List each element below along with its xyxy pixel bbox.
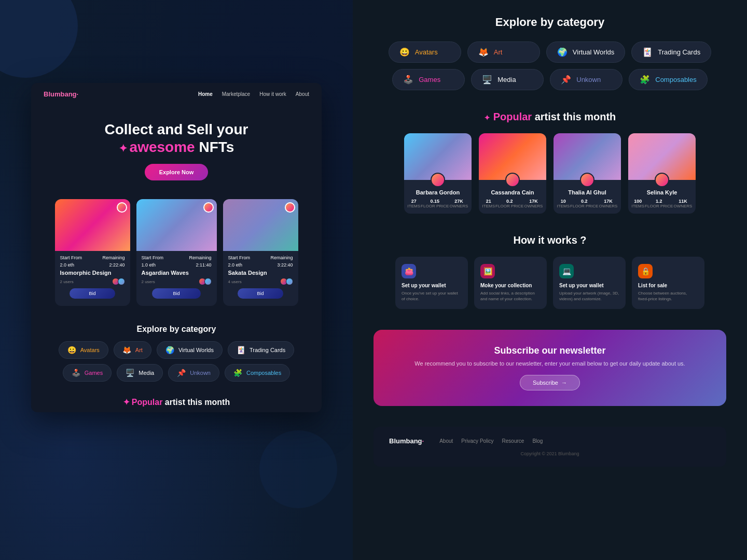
virtual-label: Virtual Worlds xyxy=(178,347,214,353)
artist-stats-3: 100 ITEMS 1.2 FLOOR PRICE 11K OWNERS xyxy=(631,199,693,208)
r-art-label: Art xyxy=(494,48,503,56)
left-cat-btn-media[interactable]: 🖥️ Media xyxy=(117,364,163,382)
left-popular-title: ✦Popular artist this month xyxy=(31,397,322,407)
remaining-val-1: 2:11:40 xyxy=(196,262,211,268)
artist-stat-floor-2: 0.2 FLOOR PRICE xyxy=(570,199,598,208)
left-cat-btn-composables[interactable]: 🧩 Composables xyxy=(225,364,290,382)
nav-link-about[interactable]: About xyxy=(296,91,309,97)
nft-card-2: Start From Remaining 2.0 eth 3:22:40 Sak… xyxy=(223,199,298,306)
unkown-icon: 📌 xyxy=(177,369,186,377)
artist-cards-container: Barbara Gordon 27 ITEMS 0.15 FLOOR PRICE… xyxy=(374,133,726,214)
r-cat-btn-games[interactable]: 🕹️ Games xyxy=(392,69,465,90)
price-label-2: Start From xyxy=(228,255,251,260)
left-cat-btn-art[interactable]: 🦊 Art xyxy=(114,341,151,359)
artist-card-1: Cassandra Cain 21 ITEMS 0.2 FLOOR PRICE … xyxy=(479,133,546,214)
r-media-label: Media xyxy=(497,76,516,83)
r-cat-btn-avatars[interactable]: 😀 Avatars xyxy=(389,41,461,63)
step-desc-0: Once you've set up your wallet of choice… xyxy=(402,290,462,302)
nft-card-avatar-1 xyxy=(203,202,214,213)
remaining-val-2: 3:22:40 xyxy=(277,262,293,268)
artist-stat-owners-0: 27K OWNERS xyxy=(449,199,468,208)
left-cat-btn-games[interactable]: 🕹️ Games xyxy=(63,364,112,382)
artist-stat-owners-2: 17K OWNERS xyxy=(599,199,617,208)
bg-decoration-1 xyxy=(0,0,78,78)
nft-av-6 xyxy=(286,278,293,285)
newsletter-title: Subscribe our newsletter xyxy=(389,345,711,356)
subscribe-button[interactable]: Subscribe → xyxy=(520,375,580,390)
artist-card-3: Selina Kyle 100 ITEMS 1.2 FLOOR PRICE 11… xyxy=(628,133,696,214)
nft-card-name-2: Sakata Design xyxy=(228,270,293,276)
artist-stats-0: 27 ITEMS 0.15 FLOOR PRICE 27K OWNERS xyxy=(407,199,468,208)
nft-card-0: Start From Remaining 2.0 eth 2:22:40 Iso… xyxy=(55,199,130,306)
price-val-1: 1.0 eth xyxy=(142,262,156,268)
bid-button-0[interactable]: Bid xyxy=(70,288,115,299)
r-cat-btn-media[interactable]: 🖥️ Media xyxy=(471,69,544,90)
r-cat-btn-art[interactable]: 🦊 Art xyxy=(467,41,540,63)
r-cat-btn-unkown[interactable]: 📌 Unkown xyxy=(550,69,622,90)
r-unkown-label: Unkown xyxy=(576,76,601,83)
how-step-0: 👛 Set up your wallet Once you've set up … xyxy=(395,257,468,309)
left-cat-btn-avatars[interactable]: 😀 Avatars xyxy=(59,341,108,359)
r-games-label: Games xyxy=(419,76,440,83)
remaining-label-1: Remaining xyxy=(189,255,211,260)
how-steps-container: 👛 Set up your wallet Once you've set up … xyxy=(374,257,726,309)
r-media-icon: 🖥️ xyxy=(482,75,492,85)
nft-card-avatars-1 xyxy=(200,278,212,285)
footer-link-resource[interactable]: Resource xyxy=(502,438,524,444)
left-cat-btn-unkown[interactable]: 📌 Unkown xyxy=(168,364,219,382)
nft-card-avatar-0 xyxy=(117,202,127,213)
nav-link-howitwork[interactable]: How it work xyxy=(259,91,286,97)
how-step-1: 🖼️ Moke your collection Add social links… xyxy=(474,257,547,309)
step-title-1: Moke your collection xyxy=(480,283,541,288)
footer-link-privacy[interactable]: Privacy Policy xyxy=(461,438,493,444)
upload-icon: 💻 xyxy=(562,267,571,275)
explore-now-button[interactable]: Explore Now xyxy=(145,164,209,180)
artist-name-3: Selina Kyle xyxy=(631,189,693,195)
r-cat-btn-virtual[interactable]: 🌍 Virtual Worlds xyxy=(546,41,625,63)
artist-card-0: Barbara Gordon 27 ITEMS 0.15 FLOOR PRICE… xyxy=(404,133,472,214)
how-step-2: 💻 Set up your wallet Upload your artwork… xyxy=(553,257,626,309)
nft-card-users-1: 2 users xyxy=(142,279,155,284)
r-cat-btn-trading[interactable]: 🃏 Trading Cards xyxy=(631,41,711,63)
r-art-icon: 🦊 xyxy=(478,47,489,57)
right-popular-section: ✦Popular artist this month Barbara Gordo… xyxy=(374,111,726,214)
footer-link-about[interactable]: About xyxy=(439,438,453,444)
left-panel: Blumbang· Home Marketplace How it work A… xyxy=(0,0,353,560)
left-category-grid: 😀 Avatars 🦊 Art 🌍 Virtual Worlds 🃏 Tradi… xyxy=(31,341,322,387)
artist-stat-floor-3: 1.2 FLOOR PRICE xyxy=(645,199,673,208)
step-title-0: Set up your wallet xyxy=(402,283,462,288)
nft-card-vals-0: 2.0 eth 2:22:40 xyxy=(60,262,125,268)
step-desc-1: Add social links, a description and name… xyxy=(480,290,541,302)
how-works-title: How it works ? xyxy=(374,234,726,246)
r-cat-btn-composables[interactable]: 🧩 Composables xyxy=(629,69,708,90)
footer-top: Blumbang· About Privacy Policy Resource … xyxy=(389,437,711,445)
artist-stat-owners-3: 11K OWNERS xyxy=(673,199,692,208)
r-virtual-label: Virtual Worlds xyxy=(573,48,614,56)
hero-star-icon: ✦ xyxy=(119,143,128,154)
step-desc-3: Choose between auctions, fixed-price lis… xyxy=(638,290,698,302)
art-icon: 🦊 xyxy=(122,346,131,354)
r-trading-icon: 🃏 xyxy=(642,47,653,57)
composables-icon: 🧩 xyxy=(233,369,242,377)
bid-button-1[interactable]: Bid xyxy=(152,288,201,299)
artist-card-img-3 xyxy=(628,133,696,180)
nft-card-image-1 xyxy=(136,199,217,251)
nft-card-1: Start From Remaining 1.0 eth 2:11:40 Asg… xyxy=(136,199,217,306)
artist-stat-floor-1: 0.2 FLOOR PRICE xyxy=(495,199,523,208)
remaining-label-2: Remaining xyxy=(270,255,293,260)
artist-card-2: Thalia Al Ghul 10 ITEMS 0.2 FLOOR PRICE … xyxy=(554,133,621,214)
virtual-icon: 🌍 xyxy=(165,346,174,354)
nav-link-home[interactable]: Home xyxy=(198,91,213,97)
right-explore-title: Explore by category xyxy=(374,16,726,29)
left-cat-btn-virtual[interactable]: 🌍 Virtual Worlds xyxy=(157,341,223,359)
step-desc-2: Upload your artwork (image, 3D, videos) … xyxy=(559,290,619,302)
left-explore-title: Explore by category xyxy=(31,314,322,341)
left-popular-section: ✦Popular artist this month xyxy=(31,387,322,412)
footer-link-blog[interactable]: Blog xyxy=(532,438,543,444)
artist-avatar-3 xyxy=(655,173,669,187)
r-avatars-icon: 😀 xyxy=(399,47,410,57)
bid-button-2[interactable]: Bid xyxy=(238,288,283,299)
left-cat-btn-trading[interactable]: 🃏 Trading Cards xyxy=(228,341,294,359)
nav-link-marketplace[interactable]: Marketplace xyxy=(222,91,250,97)
artist-card-img-0 xyxy=(404,133,472,180)
